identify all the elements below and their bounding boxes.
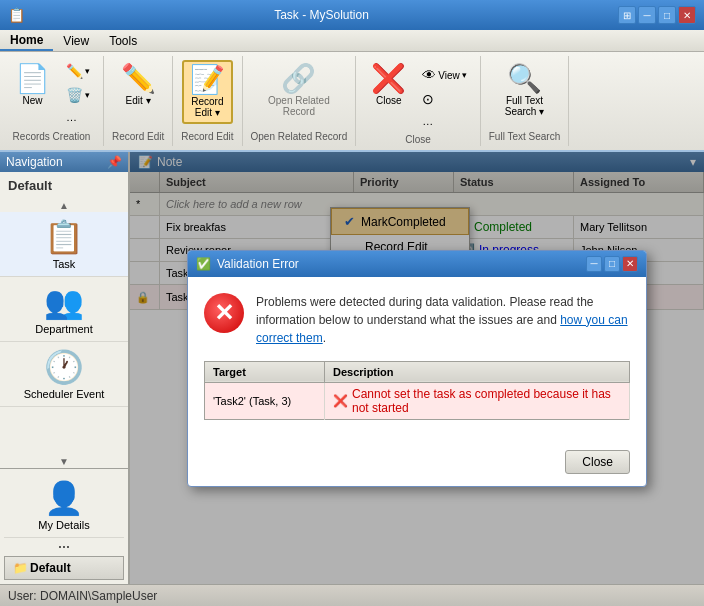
more-small-btn[interactable]: …	[61, 108, 95, 126]
minimize-btn[interactable]: ─	[638, 6, 656, 24]
app-icon: 📋	[8, 7, 25, 23]
dots-icon: ⋯	[58, 540, 70, 554]
dialog-controls: ─ □ ✕	[586, 256, 638, 272]
nav-item-department[interactable]: 👥 Department	[0, 277, 128, 342]
nav-scroll-down[interactable]: ▼	[0, 455, 128, 468]
ribbon-group-open-related: 🔗 Open RelatedRecord Open Related Record	[243, 56, 357, 146]
dialog-title-left: ✅ Validation Error	[196, 257, 299, 271]
record-edit-active-label: RecordEdit ▾	[191, 96, 223, 118]
window-squares-btn[interactable]: ⊞	[618, 6, 636, 24]
title-bar: 📋 Task - MySolution ⊞ ─ □ ✕	[0, 0, 704, 30]
nav-scroll-up[interactable]: ▲	[0, 199, 128, 212]
department-nav-label: Department	[35, 323, 92, 335]
dots-small-btn[interactable]: …	[417, 112, 472, 130]
ribbon-group-record-edit: ✏️ Edit ▾ Record Edit	[104, 56, 173, 146]
view-small-btn[interactable]: 👁View▾	[417, 64, 472, 86]
dialog-overlay: ✅ Validation Error ─ □ ✕ ✕ Problems were…	[130, 152, 704, 584]
new-button[interactable]: 📄 New	[8, 60, 57, 111]
view-icon: 👁	[422, 67, 436, 83]
dialog-table: Target Description 'Task2' (Task, 3) ❌	[204, 361, 630, 420]
record-edit-active-label2: Record Edit	[181, 129, 233, 142]
dialog-title-icon: ✅	[196, 257, 211, 271]
nav-title: Navigation	[6, 155, 63, 169]
ribbon-group-records-creation: 📄 New ✏️▾ 🗑️▾ … Records Creation	[0, 56, 104, 146]
nav-panel: Navigation 📌 Default ▲ 📋 Task 👥 Departme…	[0, 152, 130, 584]
dialog-close-button[interactable]: Close	[565, 450, 630, 474]
ribbon-buttons-creation: 📄 New ✏️▾ 🗑️▾ …	[8, 60, 95, 126]
close-group-label: Close	[405, 132, 431, 145]
main-area: 📝 Note ▾ Subject Priority Status Assigne…	[130, 152, 704, 584]
dialog-minimize-btn[interactable]: ─	[586, 256, 602, 272]
fulltext-button[interactable]: 🔍 Full TextSearch ▾	[498, 60, 551, 122]
delete-small-btn[interactable]: 🗑️▾	[61, 84, 95, 106]
dialog-error-cell: ❌ Cannot set the task as completed becau…	[333, 387, 621, 415]
close-window-btn[interactable]: ✕	[678, 6, 696, 24]
new-label: New	[22, 95, 42, 106]
open-related-label: Open RelatedRecord	[268, 95, 330, 117]
open-related-group-label: Open Related Record	[251, 129, 348, 142]
new-icon: 📄	[15, 65, 50, 93]
dialog-message-row: ✕ Problems were detected during data val…	[204, 293, 630, 347]
folder-icon: 📁	[13, 561, 28, 575]
nav-default-label[interactable]: 📁 Default	[4, 556, 124, 580]
nav-item-scheduler[interactable]: 🕐 Scheduler Event	[0, 342, 128, 407]
dialog-error-icon: ✕	[204, 293, 244, 333]
fulltext-label: Full TextSearch ▾	[505, 95, 544, 117]
content-area: Navigation 📌 Default ▲ 📋 Task 👥 Departme…	[0, 152, 704, 584]
nav-item-mydetails[interactable]: 👤 My Details	[4, 473, 124, 538]
status-bar: User: DOMAIN\SampleUser	[0, 584, 704, 606]
record-edit-icon: 📝	[190, 66, 225, 94]
edit-button[interactable]: ✏️ Edit ▾	[114, 60, 163, 111]
task-nav-label: Task	[53, 258, 76, 270]
validation-error-dialog: ✅ Validation Error ─ □ ✕ ✕ Problems were…	[187, 250, 647, 487]
window-controls: ⊞ ─ □ ✕	[618, 6, 696, 24]
dialog-message-text: Problems were detected during data valid…	[256, 293, 630, 347]
ribbon-group-record-edit-active: 📝 RecordEdit ▾ Record Edit	[173, 56, 242, 146]
dialog-target-cell: 'Task2' (Task, 3)	[205, 382, 325, 419]
department-nav-icon: 👥	[44, 283, 84, 321]
scheduler-nav-icon: 🕐	[44, 348, 84, 386]
dialog-maximize-btn[interactable]: □	[604, 256, 620, 272]
nav-items: 📋 Task 👥 Department 🕐 Scheduler Event	[0, 212, 128, 455]
menu-view[interactable]: View	[53, 30, 99, 51]
fulltext-group-label: Full Text Search	[489, 129, 561, 142]
edit-small-btn[interactable]: ✏️▾	[61, 60, 95, 82]
window-title: Task - MySolution	[25, 8, 618, 22]
menu-tools[interactable]: Tools	[99, 30, 147, 51]
fulltext-icon: 🔍	[507, 65, 542, 93]
open-related-button[interactable]: 🔗 Open RelatedRecord	[261, 60, 337, 122]
nav-header: Navigation 📌	[0, 152, 128, 172]
close-buttons: ❌ Close 👁View▾ ⊙ …	[364, 60, 472, 130]
mydetails-label: My Details	[38, 519, 89, 531]
dialog-message-link[interactable]: how you can correct them	[256, 313, 628, 345]
open-related-icon: 🔗	[281, 65, 316, 93]
record-edit-button[interactable]: 📝 RecordEdit ▾	[182, 60, 233, 124]
circle-small-btn[interactable]: ⊙	[417, 88, 472, 110]
menu-bar: Home View Tools	[0, 30, 704, 52]
close-x-icon: ❌	[371, 65, 406, 93]
menu-home[interactable]: Home	[0, 30, 53, 51]
records-creation-label: Records Creation	[13, 129, 91, 142]
dialog-col-target[interactable]: Target	[205, 361, 325, 382]
dialog-title-text: Validation Error	[217, 257, 299, 271]
delete-small-icon: 🗑️	[66, 87, 83, 103]
edit-icon: ✏️	[121, 65, 156, 93]
edit-label: Edit ▾	[126, 95, 151, 106]
default-label-text: Default	[30, 561, 71, 575]
error-icon: ❌	[333, 394, 348, 408]
edit-small-icon: ✏️	[66, 63, 83, 79]
nav-bottom-section: 👤 My Details ⋯ 📁 Default	[0, 468, 128, 584]
close-x-button[interactable]: ❌ Close	[364, 60, 413, 111]
circle-icon: ⊙	[422, 91, 434, 107]
nav-dots[interactable]: ⋯	[4, 538, 124, 556]
ribbon-group-fulltext: 🔍 Full TextSearch ▾ Full Text Search	[481, 56, 570, 146]
nav-pin-icon[interactable]: 📌	[107, 155, 122, 169]
dialog-body: ✕ Problems were detected during data val…	[188, 277, 646, 450]
nav-item-task[interactable]: 📋 Task	[0, 212, 128, 277]
dialog-close-btn[interactable]: ✕	[622, 256, 638, 272]
dialog-description-text: Cannot set the task as completed because…	[352, 387, 621, 415]
dialog-col-description[interactable]: Description	[325, 361, 630, 382]
scheduler-nav-label: Scheduler Event	[24, 388, 105, 400]
maximize-btn[interactable]: □	[658, 6, 676, 24]
dialog-title-bar: ✅ Validation Error ─ □ ✕	[188, 251, 646, 277]
